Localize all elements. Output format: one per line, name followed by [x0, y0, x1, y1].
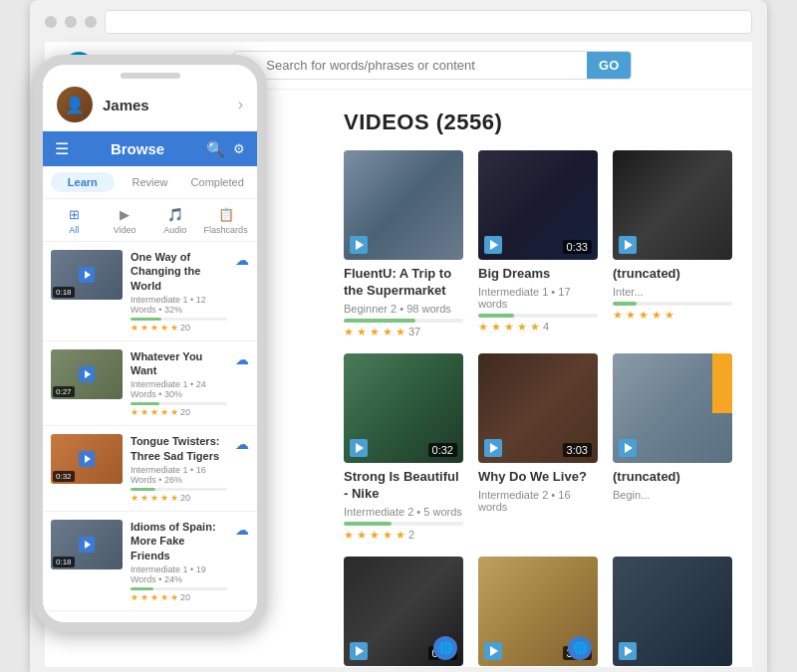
star-icon: ★	[370, 529, 380, 542]
play-button[interactable]	[350, 236, 368, 254]
phone-duration: 0:18	[53, 287, 75, 298]
duration-badge: 3:03	[563, 443, 592, 457]
star-icon: ★	[370, 326, 380, 338]
progress-bar	[478, 314, 598, 318]
play-icon	[85, 271, 91, 279]
video-card[interactable]: 0:32 Strong Is Beautiful - Nike Intermed…	[344, 353, 463, 542]
phone-nav-title: Browse	[77, 140, 198, 157]
content-type-all[interactable]: ⊞ All	[51, 205, 98, 235]
phone-video-info: Idioms of Spain: More Fake Friends Inter…	[131, 520, 227, 602]
phone-hamburger-icon[interactable]: ☰	[55, 139, 69, 158]
phone-video-item[interactable]: 0:18 One Way of Changing the World Inter…	[43, 242, 257, 341]
video-card[interactable]: 0:14 🌐	[344, 557, 463, 667]
video-card[interactable]: 3:01 🌐	[478, 557, 598, 667]
star-icon: ★	[150, 592, 158, 602]
video-card[interactable]: 3:03 Why Do We Live? Intermediate 2 • 16…	[478, 353, 598, 542]
progress-fill	[613, 302, 637, 306]
play-button[interactable]	[350, 642, 368, 660]
content-type-flashcards[interactable]: 📋 Flashcards	[202, 205, 249, 235]
video-meta: Intermediate 1 • 17 words	[478, 286, 598, 310]
content-type-video[interactable]: ▶ Video	[102, 205, 148, 235]
phone-filter-icon[interactable]: ⚙	[233, 141, 245, 156]
tab-review[interactable]: Review	[119, 172, 182, 192]
play-button[interactable]	[619, 439, 637, 457]
star-icon: ★	[344, 529, 354, 542]
phone-search-icon[interactable]: 🔍	[206, 140, 225, 158]
progress-fill	[344, 319, 415, 323]
chevron-right-icon[interactable]: ›	[238, 96, 243, 113]
cloud-icon[interactable]: ☁	[235, 522, 249, 538]
play-button[interactable]	[619, 642, 637, 660]
video-thumbnail[interactable]	[613, 353, 732, 463]
play-button[interactable]	[350, 439, 368, 457]
phone-video-item[interactable]: 0:18 Idioms of Spain: More Fake Friends …	[43, 512, 257, 611]
go-button[interactable]: GO	[587, 52, 631, 79]
star-icon: ★	[652, 309, 662, 322]
phone-play-button	[79, 451, 95, 467]
cloud-icon[interactable]: ☁	[235, 436, 249, 452]
tab-completed[interactable]: Completed	[185, 172, 249, 192]
phone-progress-fill	[131, 318, 161, 321]
star-icon: ★	[131, 323, 138, 333]
video-thumbnail[interactable]: 0:32	[344, 353, 463, 463]
phone-video-item[interactable]: 0:27 Whatever You Want Intermediate 1 • …	[43, 341, 257, 427]
play-button[interactable]	[619, 236, 637, 254]
star-icon: ★	[664, 309, 674, 322]
star-icon: ★	[160, 407, 168, 417]
video-thumbnail[interactable]	[613, 557, 732, 666]
star-icon: ★	[160, 493, 168, 503]
video-meta: Intermediate 2 • 5 words	[344, 506, 463, 518]
phone-video-title: Tongue Twisters: Three Sad Tigers	[131, 434, 227, 463]
play-button[interactable]	[484, 642, 502, 660]
video-card[interactable]: 0:33 Big Dreams Intermediate 1 • 17 word…	[478, 150, 598, 338]
tab-learn[interactable]: Learn	[51, 172, 115, 192]
star-icon: ★	[150, 323, 158, 333]
content-type-audio[interactable]: 🎵 Audio	[152, 205, 199, 235]
cloud-icon[interactable]: ☁	[235, 252, 249, 268]
phone-stars-row: ★★★★★20	[131, 493, 227, 503]
globe-badge: 🌐	[568, 636, 592, 660]
phone-progress-fill	[131, 402, 159, 405]
star-icon: ★	[160, 323, 168, 333]
search-input[interactable]	[266, 52, 587, 79]
star-icon: ★	[170, 323, 178, 333]
video-title: Strong Is Beautiful - Nike	[344, 469, 463, 503]
globe-badge: 🌐	[433, 636, 457, 660]
video-thumbnail[interactable]	[344, 150, 463, 260]
star-icon: ★	[150, 407, 158, 417]
phone-video-item[interactable]: 0:32 Tongue Twisters: Three Sad Tigers I…	[43, 426, 257, 512]
video-thumbnail[interactable]: 0:14 🌐	[344, 557, 463, 666]
audio-icon: 🎵	[164, 205, 186, 223]
play-icon	[356, 443, 364, 453]
video-card[interactable]: (truncated) Inter... ★★★★★	[613, 150, 732, 338]
video-card[interactable]	[613, 557, 732, 667]
phone-overlay: 👤 James › ☰ Browse 🔍 ⚙ Learn Review Comp…	[33, 55, 267, 632]
phone-video-info: One Way of Changing the World Intermedia…	[131, 250, 227, 333]
star-icon: ★	[396, 529, 405, 542]
phone-video-title: One Way of Changing the World	[131, 250, 227, 293]
play-button[interactable]	[484, 439, 502, 457]
video-thumbnail[interactable]: 3:01 🌐	[478, 557, 598, 666]
star-icon: ★	[131, 592, 138, 602]
play-icon	[490, 443, 498, 453]
phone-video-title: Whatever You Want	[131, 349, 227, 378]
star-icon: ★	[613, 309, 623, 322]
yellow-badge	[712, 353, 732, 413]
all-icon: ⊞	[63, 205, 85, 223]
video-card[interactable]: FluentU: A Trip to the Supermarket Begin…	[344, 150, 463, 338]
phone-progress-bar	[131, 402, 227, 405]
browser-address-bar[interactable]	[105, 10, 752, 34]
play-button[interactable]	[484, 236, 502, 254]
video-title: (truncated)	[613, 266, 732, 283]
star-count: 20	[180, 407, 190, 417]
progress-fill	[344, 522, 392, 526]
video-grid: FluentU: A Trip to the Supermarket Begin…	[344, 150, 732, 667]
content-type-audio-label: Audio	[163, 225, 186, 235]
video-card[interactable]: (truncated) Begin...	[613, 353, 732, 542]
cloud-icon[interactable]: ☁	[235, 351, 249, 367]
video-thumbnail[interactable]	[613, 150, 732, 260]
play-icon	[625, 443, 633, 453]
video-thumbnail[interactable]: 0:33	[478, 150, 598, 260]
star-icon: ★	[517, 321, 527, 334]
video-thumbnail[interactable]: 3:03	[478, 353, 598, 463]
